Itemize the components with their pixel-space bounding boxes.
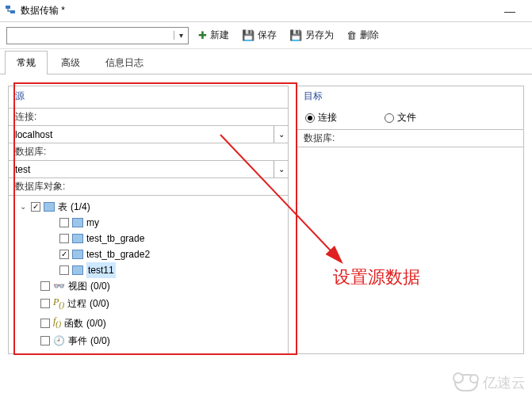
source-objects-label: 数据库对象:: [9, 178, 288, 195]
chevron-down-icon: ▾: [174, 31, 188, 40]
new-label: 新建: [210, 29, 229, 42]
tree-leaf-selected[interactable]: test11: [13, 262, 283, 278]
tab-label: 信息日志: [105, 57, 144, 68]
save-as-icon: 💾: [289, 29, 302, 41]
content-area: 源 连接: localhost ⌄ 数据库: test ⌄ 数据库对象: ⌄ 表…: [0, 74, 532, 365]
tree-label: 函数: [64, 315, 83, 331]
tab-label: 高级: [61, 57, 80, 68]
object-tree: ⌄ 表 (1/4) my test_tb_grade test_tb_grade…: [9, 195, 288, 353]
tree-node-procedures[interactable]: P() 过程 (0/0): [13, 294, 283, 313]
watermark-text: 亿速云: [483, 373, 526, 392]
radio-label: 连接: [318, 111, 337, 124]
tree-label: 表: [58, 199, 67, 215]
minimize-button[interactable]: —: [492, 5, 527, 17]
source-db-value: test: [9, 164, 274, 175]
source-conn-value: localhost: [9, 129, 274, 140]
svg-rect-0: [6, 6, 10, 9]
tree-node-functions[interactable]: f() 函数 (0/0): [13, 313, 283, 332]
radio-dot-icon: [385, 113, 394, 123]
save-as-label: 另存为: [305, 29, 334, 42]
source-conn-select[interactable]: localhost ⌄: [9, 125, 288, 143]
tree-label: test_tb_grade2: [86, 246, 150, 262]
target-radio-file[interactable]: 文件: [385, 111, 416, 124]
watermark: 亿速云: [454, 373, 526, 392]
function-icon: f(): [53, 313, 61, 332]
window-title: 数据传输 *: [21, 4, 65, 17]
tree-count: (0/0): [90, 333, 110, 349]
checkbox[interactable]: [31, 202, 40, 212]
collapse-icon[interactable]: ⌄: [18, 199, 28, 215]
radio-dot-icon: [305, 113, 315, 123]
tree-leaf[interactable]: test_tb_grade2: [13, 246, 283, 262]
table-icon: [72, 250, 83, 259]
delete-label: 删除: [360, 29, 379, 42]
tree-count: (0/0): [90, 278, 110, 294]
checkbox[interactable]: [40, 281, 50, 291]
checkbox[interactable]: [40, 336, 50, 345]
annotation-text: 设置源数据: [333, 265, 420, 289]
app-icon: [5, 4, 16, 17]
checkbox[interactable]: [59, 265, 69, 275]
tab-advanced[interactable]: 高级: [49, 51, 92, 74]
tree-leaf[interactable]: my: [13, 215, 283, 231]
delete-button[interactable]: 🗑 删除: [343, 27, 382, 44]
tree-node-tables[interactable]: ⌄ 表 (1/4): [13, 199, 283, 215]
target-title: 目标: [297, 86, 523, 108]
checkbox[interactable]: [59, 218, 69, 227]
tree-leaf[interactable]: test_tb_grade: [13, 231, 283, 246]
source-title: 源: [9, 86, 288, 108]
tree-count: (1/4): [71, 199, 90, 215]
save-label: 保存: [258, 29, 277, 42]
checkbox[interactable]: [40, 299, 50, 308]
save-button[interactable]: 💾 保存: [239, 27, 280, 44]
checkbox[interactable]: [59, 250, 69, 259]
table-icon: [72, 265, 83, 275]
save-as-button[interactable]: 💾 另存为: [286, 27, 337, 44]
new-button[interactable]: ✚ 新建: [195, 27, 232, 44]
chevron-down-icon: ⌄: [274, 126, 288, 143]
chevron-down-icon: ⌄: [274, 161, 288, 178]
target-panel: 目标 连接 文件 数据库:: [297, 86, 524, 354]
tree-node-views[interactable]: 👓 视图 (0/0): [13, 278, 283, 294]
tree-node-events[interactable]: 🕘 事件 (0/0): [13, 333, 283, 349]
watermark-icon: [454, 374, 478, 391]
radio-label: 文件: [397, 111, 416, 124]
source-db-label: 数据库:: [9, 143, 288, 160]
checkbox[interactable]: [40, 319, 50, 328]
tree-count: (0/0): [90, 296, 109, 311]
tab-label: 常规: [17, 57, 36, 68]
trash-icon: 🗑: [346, 29, 357, 41]
tree-label: 过程: [67, 296, 86, 311]
tree-label: 视图: [68, 278, 87, 294]
source-panel: 源 连接: localhost ⌄ 数据库: test ⌄ 数据库对象: ⌄ 表…: [8, 86, 289, 354]
toolbar: ▾ ✚ 新建 💾 保存 💾 另存为 🗑 删除: [0, 22, 532, 49]
table-icon: [44, 202, 55, 212]
source-db-select[interactable]: test ⌄: [9, 160, 288, 178]
event-icon: 🕘: [53, 333, 65, 349]
table-icon: [72, 218, 83, 227]
checkbox[interactable]: [59, 234, 69, 243]
view-icon: 👓: [53, 278, 65, 294]
new-icon: ✚: [198, 29, 207, 41]
tree-label: test_tb_grade: [86, 231, 144, 246]
titlebar: 数据传输 * —: [0, 0, 532, 22]
target-db-label: 数据库:: [297, 129, 523, 147]
tree-label: test11: [86, 262, 116, 278]
table-icon: [72, 234, 83, 243]
procedure-icon: P(): [53, 294, 64, 313]
tab-strip: 常规 高级 信息日志: [0, 49, 532, 74]
tab-log[interactable]: 信息日志: [94, 51, 155, 74]
target-db-select[interactable]: [297, 147, 523, 164]
target-radio-connection[interactable]: 连接: [305, 111, 337, 124]
tree-label: 事件: [68, 333, 87, 349]
profile-combo[interactable]: ▾: [6, 27, 189, 44]
tree-label: my: [86, 215, 99, 231]
source-conn-label: 连接:: [9, 108, 288, 125]
tree-count: (0/0): [86, 315, 106, 331]
save-icon: 💾: [242, 29, 255, 41]
tab-general[interactable]: 常规: [5, 51, 48, 74]
